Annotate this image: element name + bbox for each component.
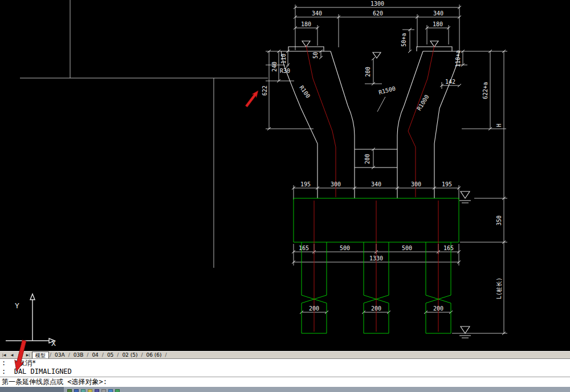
bearing-symbols bbox=[302, 41, 438, 58]
dim-r1000: R1000 bbox=[416, 93, 430, 111]
dim-180-left: 180 bbox=[301, 21, 311, 27]
tab-separator: / bbox=[165, 352, 168, 358]
tab-06-6[interactable]: 06 (6) bbox=[144, 352, 165, 358]
taskbar-icons bbox=[67, 385, 122, 392]
taskbar-icon[interactable] bbox=[81, 389, 85, 392]
dimension-texts: 1300 340 620 340 180 180 110 240 622 R30… bbox=[262, 1, 502, 312]
dim-180-right: 180 bbox=[433, 21, 443, 27]
dimension-lines bbox=[266, 5, 507, 333]
tab-02-5[interactable]: 02 (5) bbox=[119, 352, 140, 358]
ucs-y-label: Y bbox=[15, 301, 19, 310]
dim-110a: 110+a bbox=[455, 50, 461, 67]
command-history-line: : DAL DIMALIGNED bbox=[2, 368, 570, 376]
bearing-pads bbox=[288, 47, 452, 51]
dim-340-center: 340 bbox=[371, 181, 381, 187]
ucs-icon: Y X bbox=[6, 294, 56, 348]
command-panel: : *取消* : DAL DIMALIGNED 第一条延伸线原点或 <选择对象>… bbox=[0, 358, 570, 387]
taskbar-icon[interactable] bbox=[101, 389, 106, 392]
dim-200-top: 200 bbox=[365, 67, 371, 77]
dim-200-pile2: 200 bbox=[371, 305, 381, 312]
dim-1330: 1330 bbox=[369, 255, 383, 262]
tab-nav-first-button[interactable]: |◀ bbox=[0, 352, 8, 358]
tab-05[interactable]: 05 bbox=[104, 352, 116, 358]
dim-500-right: 500 bbox=[402, 245, 412, 251]
taskbar-icon[interactable] bbox=[95, 389, 99, 392]
ucs-x-label: X bbox=[51, 339, 56, 348]
dim-H: H bbox=[496, 124, 502, 127]
taskbar bbox=[0, 387, 570, 392]
dim-r1500: R1500 bbox=[378, 85, 396, 95]
command-history-line: : *取消* bbox=[2, 359, 570, 368]
tab-nav-prev-button[interactable]: ◀ bbox=[8, 352, 16, 358]
dim-200-mid: 200 bbox=[364, 154, 370, 164]
centerlines-red bbox=[306, 46, 438, 332]
taskbar-start-area[interactable] bbox=[0, 387, 64, 392]
dim-340-right: 340 bbox=[433, 10, 443, 17]
dim-165-left: 165 bbox=[299, 245, 309, 251]
dim-195-right: 195 bbox=[442, 181, 452, 187]
construction-lines bbox=[20, 0, 268, 268]
taskbar-icon[interactable] bbox=[88, 389, 92, 392]
dim-110: 110 bbox=[280, 54, 287, 64]
taskbar-icon[interactable] bbox=[108, 389, 113, 392]
tab-nav-last-button[interactable]: ▶| bbox=[24, 352, 32, 358]
dim-50: 50 bbox=[312, 52, 319, 59]
dim-300-left: 300 bbox=[331, 181, 341, 187]
taskbar-icon[interactable] bbox=[115, 389, 120, 392]
autocad-window: { "colors": { "background": "#000000", "… bbox=[0, 0, 570, 392]
dim-622a: 622+a bbox=[482, 82, 488, 99]
dim-r100: R100 bbox=[298, 84, 311, 99]
command-history: : *取消* : DAL DIMALIGNED bbox=[0, 359, 570, 377]
tab-03b[interactable]: 03B bbox=[71, 352, 87, 358]
dim-200-pile3: 200 bbox=[433, 305, 443, 312]
dim-r30: R30 bbox=[280, 68, 290, 74]
tab-04[interactable]: 04 bbox=[89, 352, 101, 358]
dim-pile-length: L(桩长) bbox=[496, 277, 502, 299]
tab-03a[interactable]: 03A bbox=[52, 352, 68, 358]
dim-340-left: 340 bbox=[312, 10, 322, 17]
dim-300-right: 300 bbox=[411, 181, 421, 187]
dim-620: 620 bbox=[373, 10, 383, 17]
tab-nav-next-button[interactable]: ▶ bbox=[16, 352, 24, 358]
dim-622: 622 bbox=[262, 85, 268, 96]
dim-50a: 50+a bbox=[401, 33, 407, 47]
dim-200-pile1: 200 bbox=[309, 305, 319, 312]
tab-model[interactable]: 模型 bbox=[32, 352, 49, 358]
dimension-ticks bbox=[267, 6, 506, 334]
dim-195-left: 195 bbox=[300, 181, 311, 187]
dim-500-left: 500 bbox=[340, 245, 350, 251]
ground-symbol-bottom bbox=[459, 326, 471, 338]
layout-tab-bar: |◀ ◀ ▶ ▶| 模型 / 03A / 03B / 04 / 05 / 02 … bbox=[0, 351, 570, 358]
dim-1300: 1300 bbox=[370, 1, 384, 7]
ground-symbol-top bbox=[459, 191, 471, 203]
taskbar-icon[interactable] bbox=[67, 389, 72, 392]
dim-350: 350 bbox=[496, 215, 502, 226]
taskbar-icon[interactable] bbox=[74, 389, 79, 392]
drawing-canvas[interactable]: 1300 340 620 340 180 180 110 240 622 R30… bbox=[0, 0, 570, 351]
dim-240: 240 bbox=[271, 62, 278, 72]
dim-142: 142 bbox=[445, 79, 455, 85]
dim-165-right: 165 bbox=[443, 245, 454, 251]
